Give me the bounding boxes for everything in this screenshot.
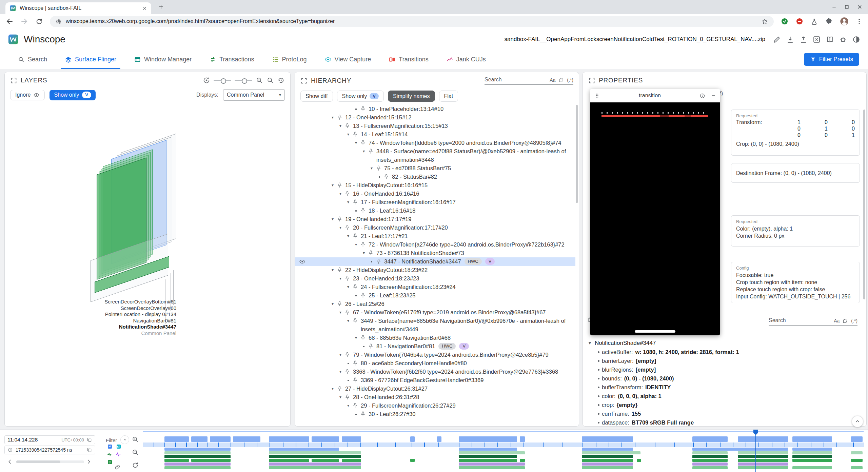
property-row[interactable]: color:(0, 0, 0), alpha: 1 bbox=[588, 392, 860, 400]
copy-icon[interactable] bbox=[87, 447, 92, 453]
tree-row[interactable]: ▾15 - HideDisplayCutout:16:16#15 bbox=[295, 181, 575, 190]
drag-handle-icon[interactable] bbox=[594, 93, 600, 99]
pin-icon[interactable] bbox=[375, 165, 382, 172]
pin-icon[interactable] bbox=[344, 191, 351, 197]
pin-icon[interactable] bbox=[352, 318, 358, 324]
highlight-matches-icon[interactable] bbox=[558, 77, 564, 83]
tree-row[interactable]: ▾17 - FullscreenMagnification:16:16#17 bbox=[295, 198, 575, 206]
pin-icon[interactable] bbox=[344, 275, 351, 282]
expand-arrow-icon[interactable]: ▾ bbox=[344, 401, 352, 410]
extension-flask-icon[interactable] bbox=[810, 18, 818, 25]
tree-row[interactable]: ▾20 - FullscreenMagnification:17:17#20 bbox=[295, 223, 575, 232]
zoom-out-icon[interactable] bbox=[267, 77, 274, 84]
tree-row[interactable]: ▾22 - HideDisplayCutout:18:23#22 bbox=[295, 266, 575, 274]
edit-icon[interactable] bbox=[773, 35, 781, 44]
browser-menu-icon[interactable] bbox=[856, 18, 863, 25]
property-row[interactable]: bounds:(0, 0) - (1080, 2400) bbox=[588, 374, 860, 383]
expand-arrow-icon[interactable]: ▾ bbox=[329, 113, 336, 122]
collapse-filter-button[interactable] bbox=[120, 435, 129, 444]
pin-icon[interactable] bbox=[352, 233, 358, 239]
pin-icon[interactable] bbox=[336, 114, 343, 121]
tree-row[interactable]: 18 - Leaf:16:16#18 bbox=[295, 206, 575, 215]
expand-arrow-icon[interactable]: ▾ bbox=[337, 393, 344, 401]
address-bar[interactable]: winscope.teams.x20web.corp.google.com/pr… bbox=[50, 16, 774, 27]
timeline-reset-zoom-icon[interactable] bbox=[132, 461, 139, 469]
pin-icon[interactable] bbox=[368, 148, 374, 155]
copy-icon[interactable] bbox=[87, 437, 92, 442]
reload-icon[interactable] bbox=[35, 18, 43, 25]
pin-icon[interactable] bbox=[360, 106, 366, 112]
property-row[interactable]: currFrame:155 bbox=[588, 409, 860, 418]
pin-icon[interactable] bbox=[360, 140, 366, 146]
expand-arrow-icon[interactable]: ▾ bbox=[337, 223, 344, 232]
flat-button[interactable]: Flat bbox=[439, 91, 458, 102]
tree-row[interactable]: 3369 - 67726bf EdgeBackGestureHandler0#3… bbox=[295, 376, 575, 385]
show-diff-button[interactable]: Show diff bbox=[300, 91, 333, 102]
expand-arrow-icon[interactable]: ▾ bbox=[329, 215, 336, 223]
pin-icon[interactable] bbox=[360, 241, 366, 248]
tree-row[interactable]: ▾13 - FullscreenMagnification:15:15#13 bbox=[295, 122, 575, 130]
tree-row[interactable]: 81 - NavigationBar0#81HWCV bbox=[295, 342, 575, 351]
nav-tab-window-manager[interactable]: Window Manager bbox=[125, 50, 200, 69]
tree-row[interactable]: ▾75 - ed70f88 StatusBar#75 bbox=[295, 164, 575, 173]
site-info-icon[interactable] bbox=[55, 18, 62, 25]
regex-icon[interactable]: (.*) bbox=[567, 77, 573, 83]
nav-tab-protolog[interactable]: ProtoLog bbox=[263, 50, 316, 69]
expand-arrow-icon[interactable]: ▾ bbox=[329, 300, 336, 308]
properties-root-row[interactable]: ▼ NotificationShade#3447 bbox=[588, 339, 860, 348]
extension-green-icon[interactable] bbox=[781, 17, 789, 25]
clear-icon[interactable] bbox=[812, 35, 821, 44]
pin-icon[interactable] bbox=[344, 309, 351, 316]
tree-row[interactable]: ▾3449 - Surface(name=885b63e NavigationB… bbox=[295, 317, 575, 334]
tree-row[interactable]: 3447 - NotificationShade#3447HWCV bbox=[295, 257, 575, 266]
tab-close-icon[interactable] bbox=[142, 6, 147, 11]
tree-row[interactable]: ▾27 - HideDisplayCutout:26:31#27 bbox=[295, 385, 575, 393]
expand-arrow-icon[interactable]: ▾ bbox=[337, 368, 344, 376]
timeline-time-box[interactable]: 11:04:14.228 UTC+00:00 bbox=[4, 435, 95, 444]
match-case-icon[interactable]: Aa bbox=[550, 77, 555, 83]
pin-icon[interactable] bbox=[352, 199, 358, 205]
nav-tab-search[interactable]: Search bbox=[9, 50, 56, 69]
pin-icon[interactable] bbox=[360, 335, 366, 341]
hierarchy-search[interactable]: Search Aa (.*) bbox=[485, 77, 573, 85]
timeline-hscroll-track[interactable] bbox=[16, 460, 84, 463]
expand-arrow-icon[interactable]: ▾ bbox=[344, 283, 352, 291]
tree-row[interactable]: ▾29 - FullscreenMagnification:26:27#29 bbox=[295, 401, 575, 410]
timeline-hscroll-thumb[interactable] bbox=[16, 460, 60, 463]
pin-icon[interactable] bbox=[352, 360, 358, 367]
separation-slider[interactable] bbox=[235, 80, 252, 81]
upload-icon[interactable] bbox=[799, 35, 808, 44]
tree-row[interactable]: 25 - Leaf:18:23#25 bbox=[295, 291, 575, 300]
tree-row[interactable]: ▾74 - WindowToken{fdddbe6 type=2000 andr… bbox=[295, 139, 575, 147]
tree-row[interactable]: ▾24 - FullscreenMagnification:18:23#24 bbox=[295, 283, 575, 291]
pin-icon[interactable] bbox=[383, 174, 390, 180]
back-icon[interactable] bbox=[5, 17, 14, 25]
info-icon[interactable] bbox=[699, 93, 705, 99]
tree-row[interactable]: 82 - StatusBar#82 bbox=[295, 173, 575, 181]
tree-row[interactable]: ▾14 - Leaf:15:15#14 bbox=[295, 130, 575, 139]
pin-icon[interactable] bbox=[352, 284, 358, 290]
theme-toggle-icon[interactable] bbox=[852, 35, 861, 44]
expand-arrow-icon[interactable]: ▾ bbox=[368, 164, 375, 173]
tree-row[interactable]: 10 - ImePlaceholder:13:14#10 bbox=[295, 105, 575, 113]
pin-icon[interactable] bbox=[360, 411, 366, 417]
pin-icon[interactable] bbox=[368, 250, 374, 256]
expand-arrow-icon[interactable]: ▾ bbox=[329, 385, 336, 393]
pin-icon[interactable] bbox=[360, 292, 366, 299]
tree-row[interactable]: ▾3368 - WindowToken{f6b2f60 type=2024 an… bbox=[295, 368, 575, 376]
minimize-overlay-icon[interactable] bbox=[711, 93, 716, 98]
tree-row[interactable]: 30 - Leaf:26:27#30 bbox=[295, 410, 575, 418]
properties-scrollbar[interactable] bbox=[863, 110, 865, 299]
forward-icon[interactable] bbox=[20, 17, 28, 25]
layer-label[interactable]: ScreenDecorOverlayBottom#61 bbox=[28, 299, 176, 305]
pin-icon[interactable] bbox=[344, 394, 351, 400]
extensions-puzzle-icon[interactable] bbox=[825, 18, 833, 25]
match-case-icon[interactable]: Aa bbox=[834, 318, 840, 323]
trace-type-protolog-icon[interactable] bbox=[107, 459, 113, 465]
regex-icon[interactable]: (.*) bbox=[851, 318, 857, 323]
filter-presets-button[interactable]: Filter Presets bbox=[804, 53, 859, 66]
tree-row[interactable]: ▾68 - 885b63e NavigationBar0#68 bbox=[295, 334, 575, 342]
prev-entry-icon[interactable] bbox=[7, 458, 13, 465]
ignore-toggle[interactable]: Ignore bbox=[10, 90, 45, 100]
expand-arrow-icon[interactable]: ▾ bbox=[352, 240, 360, 249]
